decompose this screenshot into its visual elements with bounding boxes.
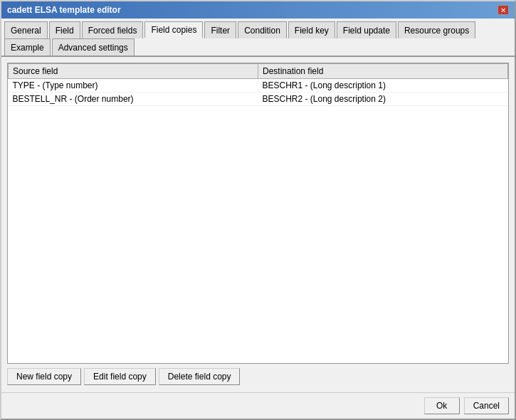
- tab-filter[interactable]: Filter: [204, 21, 236, 38]
- ok-button[interactable]: Ok: [424, 397, 460, 414]
- title-bar: cadett ELSA template editor ✕: [1, 1, 515, 19]
- tab-field-copies[interactable]: Field copies: [144, 21, 203, 38]
- col-header-source: Source field: [9, 64, 258, 79]
- tab-condition[interactable]: Condition: [238, 21, 287, 38]
- edit-field-copy-button[interactable]: Edit field copy: [84, 368, 156, 385]
- source-field-cell: TYPE - (Type number): [9, 79, 258, 93]
- action-buttons: New field copy Edit field copy Delete fi…: [7, 364, 509, 387]
- destination-field-cell: BESCHR1 - (Long description 1): [258, 79, 508, 93]
- new-field-copy-button[interactable]: New field copy: [7, 368, 81, 385]
- tab-general[interactable]: General: [4, 21, 48, 38]
- window-title: cadett ELSA template editor: [7, 5, 121, 15]
- field-copies-table: Source field Destination field TYPE - (T…: [8, 63, 508, 106]
- field-copies-table-container: Source field Destination field TYPE - (T…: [7, 63, 509, 364]
- destination-field-cell: BESCHR2 - (Long description 2): [258, 93, 508, 106]
- tab-advanced-settings[interactable]: Advanced settings: [52, 38, 135, 56]
- close-button[interactable]: ✕: [497, 5, 509, 15]
- delete-field-copy-button[interactable]: Delete field copy: [159, 368, 241, 385]
- main-window: cadett ELSA template editor ✕ GeneralFie…: [0, 0, 516, 420]
- content-area: Source field Destination field TYPE - (T…: [1, 57, 515, 392]
- footer-bar: Ok Cancel: [1, 392, 515, 419]
- cancel-button[interactable]: Cancel: [464, 397, 509, 414]
- source-field-cell: BESTELL_NR - (Order number): [9, 93, 258, 106]
- table-row[interactable]: BESTELL_NR - (Order number)BESCHR2 - (Lo…: [9, 93, 508, 106]
- tab-field-key[interactable]: Field key: [288, 21, 335, 38]
- tab-resource-groups[interactable]: Resource groups: [398, 21, 475, 38]
- col-header-destination: Destination field: [258, 64, 508, 79]
- tab-bar: GeneralFieldForced fieldsField copiesFil…: [1, 19, 515, 57]
- tab-field-update[interactable]: Field update: [337, 21, 396, 38]
- table-row[interactable]: TYPE - (Type number)BESCHR1 - (Long desc…: [9, 79, 508, 93]
- tab-forced-fields[interactable]: Forced fields: [82, 21, 144, 38]
- tab-example[interactable]: Example: [4, 38, 51, 56]
- tab-field[interactable]: Field: [49, 21, 80, 38]
